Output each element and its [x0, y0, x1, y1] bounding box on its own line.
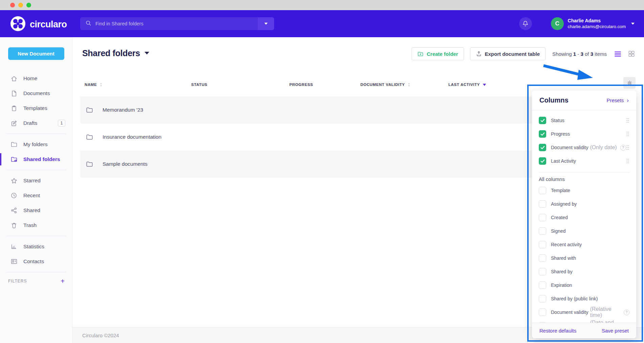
column-toggle-document-validity-relative-time[interactable]: Document validity (Relative time) ?	[532, 305, 636, 319]
list-view-icon	[614, 51, 621, 57]
sidebar-item-trash[interactable]: Trash	[0, 218, 72, 233]
column-toggle-status[interactable]: Status	[532, 114, 636, 127]
view-mode-switcher	[614, 50, 635, 57]
document-icon	[10, 90, 18, 97]
notifications-button[interactable]	[519, 17, 532, 30]
restore-defaults-link[interactable]: Restore defaults	[539, 328, 576, 334]
sidebar: New Document Home Documents Templates	[0, 37, 72, 343]
sidebar-item-label: Starred	[23, 178, 41, 184]
sidebar-item-shared[interactable]: Shared	[0, 203, 72, 218]
folder-name: Insurance documentation	[103, 134, 161, 140]
checkbox-unchecked-icon[interactable]	[539, 281, 546, 289]
sidebar-item-starred[interactable]: Starred	[0, 173, 72, 188]
contact-card-icon	[10, 258, 18, 265]
sidebar-item-label: Statistics	[23, 244, 44, 250]
new-document-button[interactable]: New Document	[8, 47, 64, 60]
column-toggle-shared-by-public-link[interactable]: Shared by (public link)	[532, 292, 636, 305]
search-input[interactable]	[95, 21, 244, 26]
user-menu[interactable]: C Charlie Adams charlie.adams@circularo.…	[551, 17, 635, 30]
save-preset-link[interactable]: Save preset	[602, 328, 629, 334]
export-document-table-button[interactable]: Export document table	[470, 47, 546, 60]
column-toggle-document-validity-only-date[interactable]: Document validity (Only date) ?	[532, 141, 636, 154]
column-toggle-created[interactable]: Created	[532, 211, 636, 224]
sidebar-item-contacts[interactable]: Contacts	[0, 254, 72, 269]
share-icon	[10, 207, 18, 214]
checkbox-unchecked-icon[interactable]	[539, 268, 546, 275]
traffic-light-minimize[interactable]	[18, 3, 23, 7]
drag-handle-icon[interactable]	[626, 118, 629, 123]
all-columns-label: All columns	[539, 176, 636, 182]
help-icon[interactable]: ?	[624, 310, 629, 315]
columns-panel-header: Columns Presets ›	[532, 91, 636, 110]
column-toggle-template[interactable]: Template	[532, 184, 636, 197]
sidebar-item-shared-folders[interactable]: Shared folders	[0, 152, 72, 167]
shared-folder-icon	[10, 156, 18, 163]
sidebar-item-label: Shared	[23, 207, 40, 213]
sidebar-item-drafts[interactable]: Drafts 1	[0, 116, 72, 131]
sidebar-item-templates[interactable]: Templates	[0, 101, 72, 116]
sidebar-item-documents[interactable]: Documents	[0, 86, 72, 101]
sidebar-divider	[6, 272, 66, 272]
sort-updown-icon	[407, 83, 410, 87]
add-filter-button[interactable]: +	[61, 278, 65, 284]
checkbox-unchecked-icon[interactable]	[539, 200, 546, 208]
export-icon	[476, 51, 482, 57]
folder-icon	[10, 141, 18, 148]
column-toggle-assigned-by[interactable]: Assigned by	[532, 197, 636, 211]
column-header-name[interactable]: NAME	[85, 83, 191, 87]
checkbox-unchecked-icon[interactable]	[539, 308, 546, 316]
column-header-document-validity[interactable]: DOCUMENT VALIDITY	[360, 83, 448, 87]
list-view-button[interactable]	[614, 51, 621, 57]
sidebar-item-statistics[interactable]: Statistics	[0, 239, 72, 254]
column-header-progress[interactable]: PROGRESS	[289, 83, 360, 87]
brand-logo[interactable]: circularo	[10, 16, 67, 33]
grid-view-button[interactable]	[628, 50, 635, 57]
checkbox-checked-icon[interactable]	[539, 117, 546, 124]
traffic-light-zoom[interactable]	[26, 3, 31, 7]
sidebar-item-home[interactable]: Home	[0, 71, 72, 86]
column-toggle-recent-activity[interactable]: Recent activity	[532, 238, 636, 251]
checkbox-checked-icon[interactable]	[539, 144, 546, 151]
sort-updown-icon	[99, 83, 103, 87]
column-toggle-signed[interactable]: Signed	[532, 224, 636, 238]
drag-handle-icon[interactable]	[626, 145, 629, 150]
column-toggle-progress[interactable]: Progress	[532, 127, 636, 141]
sidebar-item-my-folders[interactable]: My folders	[0, 137, 72, 152]
checkbox-unchecked-icon[interactable]	[539, 295, 546, 302]
checkbox-unchecked-icon[interactable]	[539, 214, 546, 221]
showing-items-count: Showing 1 - 3 of 3 items	[552, 51, 607, 57]
sidebar-divider	[6, 134, 66, 134]
sidebar-item-label: Trash	[23, 222, 37, 228]
checkbox-unchecked-icon[interactable]	[539, 187, 546, 194]
page-title-dropdown[interactable]: Shared folders	[82, 45, 149, 61]
column-header-status[interactable]: STATUS	[191, 83, 289, 87]
drag-handle-icon[interactable]	[626, 131, 629, 137]
create-folder-button[interactable]: Create folder	[412, 47, 464, 60]
help-icon[interactable]: ?	[620, 145, 626, 151]
column-toggle-document-validity-date-and-time[interactable]: Document validity (Date and time) ?	[532, 319, 636, 323]
export-label: Export document table	[485, 51, 540, 57]
column-toggle-expiration[interactable]: Expiration	[532, 278, 636, 292]
checkbox-checked-icon[interactable]	[539, 130, 546, 138]
checkbox-unchecked-icon[interactable]	[539, 254, 546, 262]
checkbox-unchecked-icon[interactable]	[539, 227, 546, 235]
sidebar-item-label: My folders	[23, 141, 48, 147]
folder-plus-icon	[417, 51, 424, 57]
column-toggle-shared-with[interactable]: Shared with	[532, 251, 636, 265]
user-name: Charlie Adams	[568, 18, 626, 24]
columns-panel: Columns Presets › Status Progress	[532, 91, 636, 338]
global-search[interactable]	[80, 17, 274, 30]
sidebar-item-recent[interactable]: Recent	[0, 188, 72, 203]
traffic-light-close[interactable]	[10, 3, 15, 7]
copyright-text: Circularo ©2024	[82, 333, 119, 338]
column-toggle-last-activity[interactable]: Last Activity	[532, 154, 636, 168]
filters-label: FILTERS	[8, 279, 27, 283]
search-scope-dropdown[interactable]	[258, 17, 274, 30]
grid-view-icon	[628, 50, 635, 57]
clock-icon	[10, 192, 18, 199]
column-toggle-shared-by[interactable]: Shared by	[532, 265, 636, 278]
presets-link[interactable]: Presets ›	[606, 97, 629, 103]
drag-handle-icon[interactable]	[626, 158, 629, 164]
checkbox-checked-icon[interactable]	[539, 157, 546, 165]
checkbox-unchecked-icon[interactable]	[539, 241, 546, 248]
